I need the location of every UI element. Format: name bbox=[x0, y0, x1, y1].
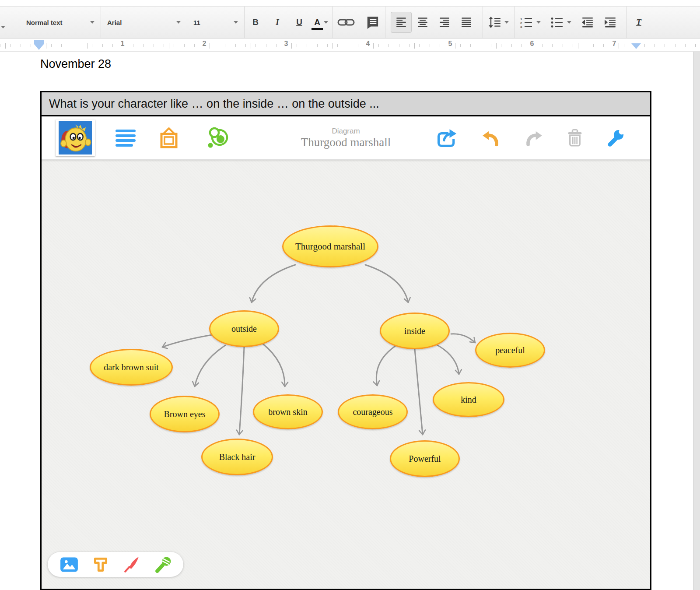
diagram-node-kind[interactable]: kind bbox=[433, 382, 504, 417]
activity-prompt-title: What is your character like … on the ins… bbox=[42, 92, 650, 116]
svg-text:3: 3 bbox=[520, 25, 522, 28]
indent-button[interactable] bbox=[599, 17, 622, 28]
align-right-icon bbox=[439, 17, 450, 28]
underline-button[interactable]: U bbox=[288, 18, 310, 27]
project-title: Thurgood marshall bbox=[301, 136, 391, 149]
indent-icon bbox=[604, 17, 616, 28]
chevron-down-icon bbox=[234, 21, 238, 24]
page-edge-gutter bbox=[693, 52, 700, 590]
line-spacing-icon bbox=[489, 17, 501, 28]
embedded-activity-frame: What is your character like … on the ins… bbox=[40, 91, 651, 590]
chevron-down-icon bbox=[90, 21, 94, 24]
app-home-button[interactable] bbox=[56, 119, 95, 156]
font-dropdown[interactable]: Arial bbox=[101, 19, 187, 26]
comment-icon bbox=[366, 16, 379, 29]
ruler-number: 2 bbox=[200, 40, 209, 48]
outdent-icon bbox=[581, 17, 594, 28]
italic-button[interactable]: I bbox=[266, 18, 288, 27]
numbered-list-button[interactable]: 123 bbox=[515, 17, 546, 28]
bold-button[interactable]: B bbox=[245, 18, 266, 27]
diagram-node-peaceful[interactable]: peaceful bbox=[475, 333, 545, 368]
toolbar-divider bbox=[385, 7, 385, 38]
align-left-button[interactable] bbox=[391, 12, 412, 33]
app-label: Diagram bbox=[332, 127, 360, 136]
diagram-node-root[interactable]: Thurgood marshall bbox=[282, 225, 378, 267]
text-color-a: A bbox=[314, 18, 320, 27]
share-icon[interactable] bbox=[435, 129, 458, 147]
align-left-icon bbox=[396, 17, 407, 28]
chevron-down-icon bbox=[504, 21, 509, 24]
outline-lines-icon[interactable] bbox=[115, 129, 136, 147]
clear-formatting-button[interactable]: T bbox=[626, 18, 651, 27]
align-right-button[interactable] bbox=[434, 12, 455, 33]
font-size-dropdown[interactable]: 11 bbox=[187, 19, 244, 26]
align-justify-icon bbox=[461, 17, 472, 28]
document-date-text: November 28 bbox=[40, 57, 111, 71]
paragraph-style-dropdown[interactable]: Normal text bbox=[20, 19, 101, 26]
right-indent-triangle bbox=[631, 43, 641, 49]
redo-icon[interactable] bbox=[524, 129, 544, 147]
insert-link-button[interactable] bbox=[332, 18, 360, 27]
align-center-button[interactable] bbox=[412, 12, 434, 33]
svg-text:2: 2 bbox=[520, 21, 522, 25]
font-value: Arial bbox=[107, 19, 122, 26]
ruler-number: 1 bbox=[119, 40, 127, 48]
numbered-list-icon: 123 bbox=[520, 17, 533, 28]
ruler-number: 7 bbox=[610, 40, 619, 48]
align-justify-button[interactable] bbox=[455, 12, 477, 33]
microphone-tool-button[interactable] bbox=[154, 556, 172, 573]
diagram-node-eyes[interactable]: Brown eyes bbox=[150, 396, 220, 432]
first-line-indent-marker[interactable] bbox=[34, 40, 44, 44]
bullet-list-icon bbox=[550, 17, 564, 28]
diagram-node-courageous[interactable]: courageous bbox=[338, 394, 408, 429]
diagram-node-suit[interactable]: dark brown suit bbox=[90, 349, 173, 386]
docs-toolbar: Normal text Arial 11 B I U A bbox=[0, 6, 700, 39]
bullet-list-button[interactable] bbox=[546, 17, 576, 28]
image-tool-button[interactable] bbox=[60, 557, 78, 572]
left-indent-marker[interactable] bbox=[34, 40, 44, 50]
chevron-down-icon bbox=[324, 21, 328, 24]
font-size-value: 11 bbox=[193, 19, 200, 26]
outdent-button[interactable] bbox=[576, 17, 599, 28]
diagram-app-toolbar: Diagram Thurgood marshall bbox=[42, 116, 650, 160]
media-tool-palette bbox=[48, 552, 183, 577]
svg-text:1: 1 bbox=[520, 17, 522, 21]
diagram-canvas[interactable]: Thurgood marshall outside inside dark br… bbox=[42, 160, 650, 589]
trash-icon[interactable] bbox=[567, 129, 583, 147]
zoom-dropdown-caret-partial[interactable] bbox=[1, 26, 5, 28]
ruler-number: 6 bbox=[528, 40, 536, 48]
text-color-swatch bbox=[312, 28, 323, 30]
ruler: 1 2 3 4 5 6 7 bbox=[0, 39, 700, 52]
chevron-down-icon bbox=[536, 21, 541, 24]
diagram-node-hair[interactable]: Black hair bbox=[201, 439, 273, 475]
chevron-down-icon bbox=[176, 21, 181, 24]
align-center-icon bbox=[417, 17, 428, 28]
ruler-number: 3 bbox=[282, 40, 290, 48]
right-indent-marker[interactable] bbox=[631, 43, 641, 49]
link-icon bbox=[337, 18, 355, 27]
text-color-button[interactable]: A bbox=[310, 18, 332, 27]
paintbrush-tool-button[interactable] bbox=[123, 556, 140, 573]
chevron-down-icon bbox=[567, 21, 571, 24]
pixie-mascot-icon bbox=[57, 121, 93, 155]
text-tool-button[interactable] bbox=[92, 556, 109, 573]
ruler-number: 5 bbox=[446, 40, 455, 48]
paragraph-style-value: Normal text bbox=[26, 19, 63, 26]
ruler-half-ticks bbox=[5, 43, 700, 49]
app-actions bbox=[435, 129, 625, 147]
wrench-icon[interactable] bbox=[606, 129, 625, 147]
left-indent-triangle bbox=[34, 44, 44, 50]
cluster-bubbles-icon[interactable] bbox=[206, 127, 231, 149]
line-spacing-button[interactable] bbox=[483, 17, 514, 28]
ruler-number: 4 bbox=[364, 40, 372, 48]
diagram-node-powerful[interactable]: Powerful bbox=[390, 440, 460, 477]
diagram-node-outside[interactable]: outside bbox=[209, 310, 279, 347]
picture-frame-icon[interactable] bbox=[157, 127, 181, 149]
diagram-node-inside[interactable]: inside bbox=[380, 313, 450, 349]
diagram-node-skin[interactable]: brown skin bbox=[253, 394, 323, 429]
undo-icon[interactable] bbox=[481, 129, 501, 147]
insert-comment-button[interactable] bbox=[360, 16, 385, 29]
